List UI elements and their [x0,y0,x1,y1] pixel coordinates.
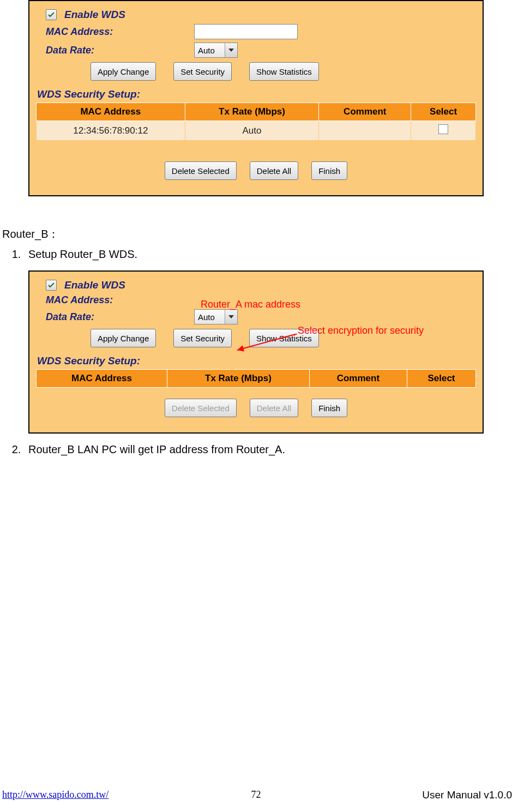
col-select: Select [407,370,475,388]
table-row: 12:34:56:78:90:12 Auto [37,121,476,141]
enable-wds-label: Enable WDS [64,9,125,21]
delete-all-button[interactable]: Delete All [250,161,298,180]
finish-button[interactable]: Finish [311,161,347,180]
col-select: Select [411,103,476,121]
row-select-checkbox[interactable] [438,124,448,134]
chevron-down-icon [225,43,237,57]
wds-security-table: MAC Address Tx Rate (Mbps) Comment Selec… [36,103,476,141]
data-rate-select[interactable]: Auto [194,309,238,324]
col-txrate: Tx Rate (Mbps) [167,370,310,388]
cell-tx: Auto [185,121,319,141]
wds-panel-b: Enable WDS MAC Address: Data Rate: Auto … [28,270,484,434]
footer-version: User Manual v1.0.0 [422,789,512,801]
enable-wds-label: Enable WDS [64,279,125,291]
set-security-button[interactable]: Set Security [173,62,232,81]
enable-wds-checkbox[interactable] [46,280,57,291]
chevron-down-icon [225,310,237,324]
data-rate-select[interactable]: Auto [194,43,238,58]
step-list-2: Router_B LAN PC will get IP address from… [2,443,512,456]
mac-address-label: MAC Address: [36,294,194,306]
data-rate-label: Data Rate: [36,311,194,323]
step-2: Router_B LAN PC will get IP address from… [24,443,512,456]
cell-comment [319,121,411,141]
wds-security-setup-heading: WDS Security Setup: [37,88,476,100]
apply-change-button[interactable]: Apply Change [91,62,156,81]
set-security-button[interactable]: Set Security [173,329,232,347]
cell-mac: 12:34:56:78:90:12 [37,121,185,141]
router-b-heading: Router_B： [2,227,512,242]
footer-url: http://www.sapido.com.tw/ [2,789,109,801]
mac-address-label: MAC Address: [36,26,194,38]
enable-wds-checkbox[interactable] [46,9,57,20]
show-statistics-button[interactable]: Show Statistics [249,329,319,347]
delete-all-button[interactable]: Delete All [250,399,298,417]
col-comment: Comment [309,370,407,388]
col-mac: MAC Address [37,370,167,388]
data-rate-value: Auto [195,312,225,322]
step-list: Setup Router_B WDS. [2,248,512,261]
apply-change-button[interactable]: Apply Change [91,329,156,347]
wds-panel-a: Enable WDS MAC Address: Data Rate: Auto … [28,0,484,196]
page-footer: http://www.sapido.com.tw/ 72 User Manual… [0,789,512,801]
data-rate-value: Auto [195,46,225,55]
finish-button[interactable]: Finish [311,399,347,417]
step-1: Setup Router_B WDS. [24,248,512,261]
col-txrate: Tx Rate (Mbps) [185,103,319,121]
wds-security-table: MAC Address Tx Rate (Mbps) Comment Selec… [36,369,476,388]
show-statistics-button[interactable]: Show Statistics [249,62,319,81]
footer-page-number: 72 [251,789,261,801]
col-comment: Comment [319,103,411,121]
delete-selected-button[interactable]: Delete Selected [165,399,237,417]
data-rate-label: Data Rate: [36,45,194,56]
wds-security-setup-heading: WDS Security Setup: [37,355,476,367]
mac-address-input[interactable] [194,24,298,39]
col-mac: MAC Address [37,103,185,121]
delete-selected-button[interactable]: Delete Selected [165,161,237,180]
cell-select [411,121,476,141]
